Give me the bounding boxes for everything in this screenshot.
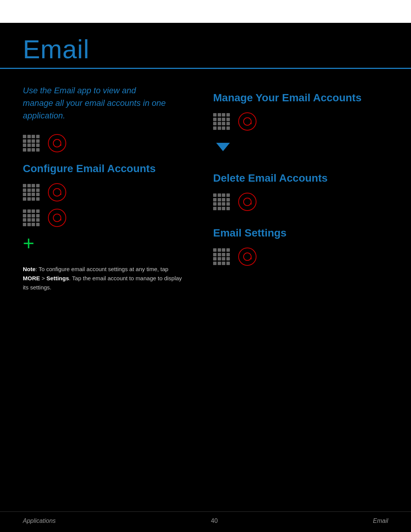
svg-point-7	[48, 209, 66, 227]
svg-point-4	[48, 184, 66, 201]
footer: Applications 40 Email	[0, 511, 411, 524]
note-more: MORE	[23, 275, 40, 281]
top-bar	[0, 0, 411, 23]
manage-heading: Manage Your Email Accounts	[213, 92, 388, 104]
footer-left: Applications	[23, 518, 56, 524]
footer-right: Email	[373, 518, 388, 524]
svg-point-14	[244, 198, 251, 206]
svg-point-16	[239, 248, 256, 265]
delete-email-icon	[237, 192, 257, 212]
configure-email-icon	[47, 182, 67, 202]
note-settings: Settings	[46, 275, 69, 281]
configure-heading: Configure Email Accounts	[23, 163, 190, 175]
settings-step-icons	[213, 247, 388, 267]
settings-email-icon	[237, 247, 257, 267]
intro-step-icons	[23, 133, 190, 153]
arrow-down-icon	[213, 137, 233, 157]
manage-step1-icons	[213, 112, 388, 131]
note-arrow: >	[40, 275, 46, 281]
delete-heading: Delete Email Accounts	[213, 172, 388, 184]
manage-apps-icon	[213, 113, 230, 130]
manage-section: Manage Your Email Accounts	[213, 92, 388, 157]
footer-page-number: 40	[211, 518, 218, 524]
svg-point-5	[53, 189, 61, 196]
right-column: Manage Your Email Accounts	[206, 84, 388, 292]
page-header: Email	[0, 23, 411, 69]
page-title: Email	[23, 34, 388, 64]
note-section: Note: To configure email account setting…	[23, 265, 190, 292]
svg-point-11	[244, 118, 251, 125]
svg-point-13	[239, 193, 256, 211]
delete-section: Delete Email Accounts	[213, 172, 388, 212]
manage-email-icon	[237, 112, 257, 131]
intro-text: Use the Email app to view and manage all…	[23, 84, 167, 122]
configure-email-icon-2	[47, 208, 67, 228]
settings-apps-icon	[213, 248, 230, 265]
svg-point-0	[48, 134, 66, 152]
plus-icon: +	[23, 233, 190, 253]
settings-heading: Email Settings	[213, 227, 388, 239]
note-label: Note	[23, 266, 35, 272]
svg-point-8	[53, 214, 61, 222]
main-content: Use the Email app to view and manage all…	[0, 69, 411, 292]
configure-section: Configure Email Accounts	[23, 163, 190, 253]
configure-apps-icon	[23, 184, 40, 201]
settings-section: Email Settings	[213, 227, 388, 267]
svg-point-3	[53, 139, 61, 147]
left-column: Use the Email app to view and manage all…	[23, 84, 206, 292]
delete-apps-icon	[213, 193, 230, 210]
svg-point-10	[239, 113, 256, 130]
delete-step-icons	[213, 192, 388, 212]
apps-grid-icon	[23, 135, 40, 152]
manage-arrow-row	[213, 137, 388, 157]
note-body: : To configure email account settings at…	[35, 266, 168, 272]
configure-apps-icon-2	[23, 209, 40, 226]
configure-step1-icons	[23, 182, 190, 202]
svg-point-17	[244, 253, 251, 260]
configure-step2-icons	[23, 208, 190, 228]
note-text: Note: To configure email account setting…	[23, 265, 183, 292]
email-circle-icon	[47, 133, 67, 153]
